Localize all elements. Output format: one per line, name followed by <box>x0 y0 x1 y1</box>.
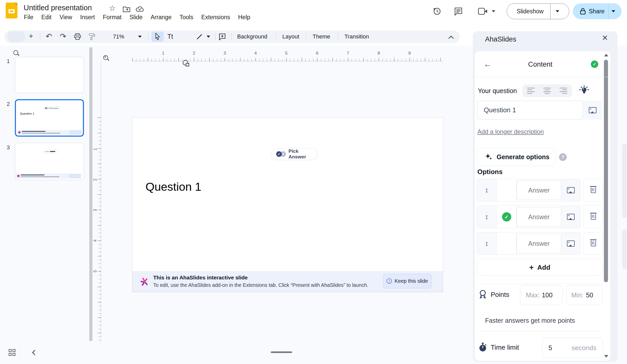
points-min-field[interactable]: Min: 50 <box>566 285 603 305</box>
ruler-number: 4 <box>254 51 257 56</box>
document-title[interactable]: Untitled presentation <box>24 4 92 12</box>
min-value: 50 <box>586 291 593 299</box>
correct-answer-checkbox[interactable] <box>497 232 517 255</box>
slide-thumbnail-1[interactable] <box>15 57 84 93</box>
redo-icon[interactable]: ↷ <box>60 32 66 41</box>
slideshow-button[interactable]: Slideshow <box>507 3 569 19</box>
trash-icon <box>591 214 596 220</box>
panel-scrollbar-thumb[interactable] <box>604 60 608 282</box>
align-left-icon[interactable] <box>527 88 535 94</box>
align-center-icon[interactable] <box>543 88 551 94</box>
help-icon[interactable]: ? <box>559 153 567 161</box>
drag-handle[interactable]: ↕ <box>477 232 497 255</box>
select-cursor-icon[interactable] <box>155 33 160 42</box>
answer-image-button[interactable] <box>561 206 580 228</box>
option-row: ↕ <box>477 179 581 201</box>
vertical-ruler-major-ticks <box>97 118 101 341</box>
idea-bulb-icon[interactable] <box>578 85 590 96</box>
pick-answer-pill[interactable]: ✓ × Pick Answer <box>271 148 317 160</box>
add-option-button[interactable]: + Add <box>477 259 603 276</box>
points-max-field[interactable]: Max: 100 <box>520 285 562 305</box>
answer-image-button[interactable] <box>561 232 580 255</box>
slideshow-dropdown-caret[interactable] <box>556 10 559 12</box>
max-label: Max: <box>526 291 540 299</box>
delete-answer-button[interactable] <box>583 179 603 201</box>
slides-logo-icon[interactable] <box>6 3 17 18</box>
undo-icon[interactable]: ↶ <box>46 32 52 41</box>
answer-input[interactable] <box>517 207 561 227</box>
version-history-icon[interactable] <box>432 7 441 17</box>
time-limit-field[interactable]: 5 seconds <box>542 338 603 358</box>
ruler-number: 2 <box>93 178 98 181</box>
question-input[interactable] <box>477 101 583 119</box>
zoom-dropdown-caret[interactable] <box>138 36 142 38</box>
new-slide-button[interactable]: + <box>29 32 33 41</box>
collapse-filmstrip-icon[interactable] <box>32 350 37 355</box>
pill-check-icon: ✓ <box>276 151 282 157</box>
meet-camera-icon[interactable] <box>478 8 488 16</box>
horizontal-ruler-line <box>132 61 443 61</box>
drag-handle[interactable]: ↕ <box>477 179 497 201</box>
move-folder-icon[interactable] <box>123 6 130 13</box>
edge-scroll-indicator <box>622 229 627 269</box>
background-button[interactable]: Background <box>237 30 267 43</box>
textbox-tool-icon[interactable]: Tt <box>167 33 173 40</box>
ruler-number: 3 <box>93 209 98 211</box>
slide-thumbnail-2-selected[interactable]: Pick Answer Question 1 <box>15 99 84 137</box>
menu-file[interactable]: File <box>24 14 33 21</box>
paint-format-icon[interactable] <box>88 33 95 41</box>
delete-answer-button[interactable] <box>583 206 603 228</box>
thumbnail-scrollbar[interactable] <box>89 47 92 341</box>
delete-answer-button[interactable] <box>583 232 603 255</box>
add-description-link[interactable]: Add a longer description <box>477 128 544 135</box>
ruler-number: 6 <box>316 51 318 56</box>
generate-options-button[interactable]: Generate options <box>477 148 555 166</box>
menu-view[interactable]: View <box>60 14 72 21</box>
menu-edit[interactable]: Edit <box>41 14 52 21</box>
horizontal-scrollbar-thumb[interactable] <box>271 351 292 353</box>
share-dropdown-caret[interactable] <box>612 10 615 12</box>
theme-button[interactable]: Theme <box>313 30 330 43</box>
cloud-saved-icon[interactable] <box>136 6 144 13</box>
question-image-button[interactable] <box>583 101 602 119</box>
close-panel-icon[interactable]: × <box>602 32 608 43</box>
camera-dropdown-caret[interactable] <box>492 10 495 12</box>
transition-button[interactable]: Transition <box>344 30 369 43</box>
align-right-icon[interactable] <box>560 88 567 94</box>
share-button[interactable]: Share <box>573 3 622 19</box>
menu-arrange[interactable]: Arrange <box>151 14 172 21</box>
menu-slide[interactable]: Slide <box>130 14 143 21</box>
menu-insert[interactable]: Insert <box>80 14 95 21</box>
search-icon[interactable] <box>13 50 18 55</box>
menu-format[interactable]: Format <box>103 14 122 21</box>
slide-title-text[interactable]: Question 1 <box>146 180 201 194</box>
answer-input[interactable] <box>517 234 561 253</box>
comments-icon[interactable] <box>454 7 463 17</box>
drag-handle[interactable]: ↕ <box>477 206 497 228</box>
slide-thumbnail-3[interactable] <box>15 143 84 180</box>
horizontal-ruler-major-ticks <box>132 57 443 61</box>
menu-extensions[interactable]: Extensions <box>201 14 230 21</box>
scroll-down-icon[interactable] <box>604 355 608 358</box>
menu-help[interactable]: Help <box>238 14 250 21</box>
zoom-icon[interactable] <box>103 55 108 60</box>
keep-this-slide-button[interactable]: i Keep this slide <box>383 274 431 288</box>
ruler-number: 5 <box>93 270 98 272</box>
answer-input[interactable] <box>517 180 561 200</box>
star-icon[interactable]: ☆ <box>109 4 116 13</box>
vertical-ruler-line <box>101 62 101 341</box>
correct-answer-checkbox[interactable] <box>497 179 517 201</box>
line-dropdown-caret[interactable] <box>207 36 210 38</box>
zoom-level[interactable]: 71% <box>113 30 124 43</box>
correct-answer-checkbox-checked[interactable]: ✓ <box>497 206 517 228</box>
print-icon[interactable] <box>74 33 81 41</box>
grid-view-icon[interactable] <box>9 349 15 356</box>
back-arrow-icon[interactable]: ← <box>484 59 492 69</box>
menu-tools[interactable]: Tools <box>180 14 194 21</box>
insert-comment-icon[interactable] <box>219 33 226 41</box>
banner-subtitle: To edit, use the AhaSlides add-on in the… <box>153 282 368 288</box>
slide-canvas[interactable] <box>132 117 443 292</box>
scroll-up-icon[interactable] <box>604 54 608 56</box>
answer-image-button[interactable] <box>561 179 580 201</box>
layout-button[interactable]: Layout <box>282 30 299 43</box>
